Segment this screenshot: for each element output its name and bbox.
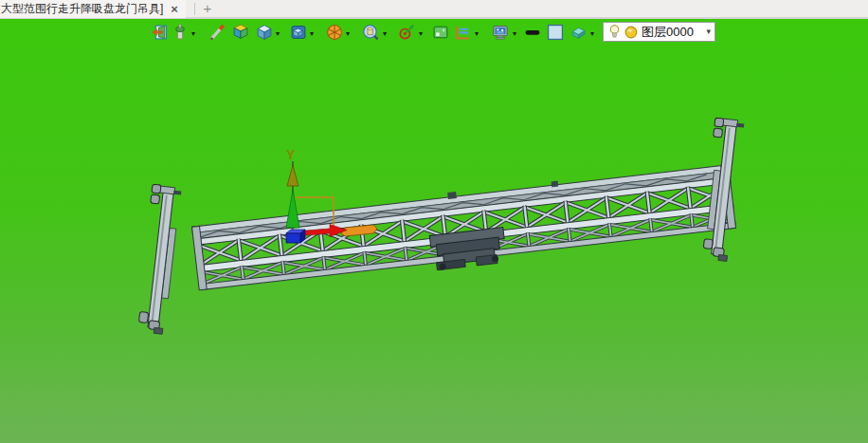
pie-wheel-icon[interactable] [326,24,343,41]
lamp-dropdown[interactable]: ▾ [189,29,198,39]
right-leg[interactable] [699,118,745,262]
viewport-icon[interactable] [432,24,449,41]
lamp-icon[interactable] [172,24,189,41]
display-mode-icon[interactable] [290,24,307,41]
top-fitting [447,192,457,199]
floating-toolbar: ▾ ▾ ▾ ▾ ▾ [0,21,868,44]
layer-color-icon [624,26,638,39]
cube-dropdown[interactable]: ▾ [273,29,282,39]
layer-dropdown-arrow[interactable]: ▾ [706,28,711,36]
viewport-3d[interactable]: Y ▾ [0,19,868,443]
y-axis-label: Y [286,147,296,162]
eraser-icon[interactable] [570,24,587,41]
zoom-sphere-dropdown[interactable]: ▾ [380,29,389,39]
layer-name: 图层0000 [642,24,694,41]
truss-beam[interactable] [191,160,737,299]
layer-combobox[interactable]: 图层0000 ▾ [603,22,715,42]
eraser-dropdown[interactable]: ▾ [588,29,597,39]
scene-monitor-dropdown[interactable]: ▾ [510,29,519,39]
target-axis-icon[interactable] [398,24,415,41]
origin-anchor-box[interactable] [286,230,305,243]
y-axis-marker-cone[interactable] [287,165,298,186]
frame-dropdown[interactable]: ▾ [472,29,481,39]
display-mode-dropdown[interactable]: ▾ [307,29,316,39]
scene-monitor-icon[interactable] [492,24,509,41]
line-width-icon[interactable] [524,24,541,41]
color-swatch-icon[interactable] [547,24,564,41]
frame-icon[interactable] [454,24,471,41]
left-leg[interactable] [136,184,181,335]
box-icon[interactable] [232,24,249,41]
zoom-sphere-icon[interactable] [362,24,379,41]
app-window: 大型范围行走升降吸盘龙门吊具] × + [0,0,868,443]
top-fitting [552,181,559,188]
brush-icon[interactable] [209,24,226,41]
pie-wheel-dropdown[interactable]: ▾ [343,29,353,39]
target-axis-dropdown[interactable]: ▾ [416,29,425,39]
gantry-model: Y [0,0,868,443]
cube-icon[interactable] [256,24,273,41]
door-arrow-icon[interactable] [151,24,168,41]
bulb-icon [608,25,621,39]
y-axis-arrow[interactable] [286,190,299,228]
